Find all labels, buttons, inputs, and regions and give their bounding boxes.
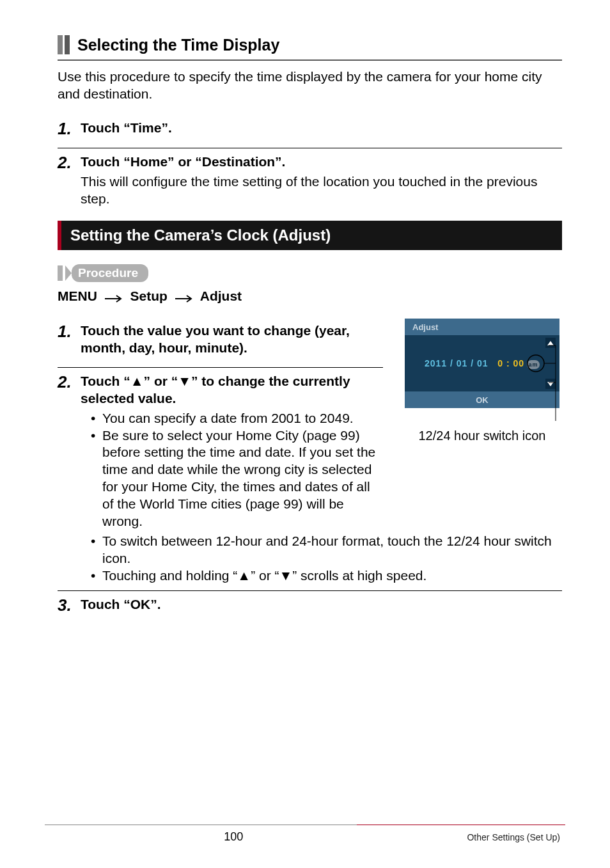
proc-part-menu: MENU bbox=[58, 288, 97, 303]
page-number: 100 bbox=[0, 830, 467, 844]
heading-bar-dark bbox=[65, 35, 70, 54]
step-title: Touch “Time”. bbox=[81, 120, 172, 137]
step-title: Touch “OK”. bbox=[81, 596, 161, 613]
procedure-arrow-icon bbox=[65, 265, 72, 281]
step-number: 2. bbox=[58, 373, 81, 391]
bullet-item: To switch between 12-hour and 24-hour fo… bbox=[91, 533, 562, 567]
procedure-label: Procedure bbox=[72, 264, 148, 282]
proc-part-adjust: Adjust bbox=[200, 288, 242, 303]
triangle-down-icon: ▼ bbox=[279, 568, 292, 583]
heading-underline bbox=[58, 59, 562, 61]
step-b1: 1. Touch the value you want to change (y… bbox=[58, 317, 383, 363]
callout-label: 12/24 hour switch icon bbox=[402, 429, 562, 443]
bullet-text-part: Touching and holding “ bbox=[102, 568, 237, 583]
step-title: Touch “▲” or “▼” to change the currently… bbox=[81, 373, 383, 407]
screenshot-mid: 2011 / 01 / 01 0 : 00am bbox=[405, 335, 559, 391]
step-b2: 2. Touch “▲” or “▼” to change the curren… bbox=[58, 367, 383, 530]
triangle-down-icon bbox=[547, 382, 554, 386]
procedure-bar bbox=[58, 265, 63, 281]
step-title-part: Touch “ bbox=[81, 374, 130, 388]
procedure-path: MENU Setup Adjust bbox=[58, 288, 562, 304]
arrow-right-icon bbox=[175, 289, 193, 304]
section-heading: Setting the Camera’s Clock (Adjust) bbox=[58, 221, 562, 250]
bullet-item: Touching and holding “▲” or “▼” scrolls … bbox=[91, 567, 562, 585]
heading-bar-light bbox=[58, 35, 63, 54]
step-body: This will configure the time setting of … bbox=[81, 173, 562, 208]
step-b3: 3. Touch “OK”. bbox=[58, 590, 562, 615]
triangle-down-icon: ▼ bbox=[178, 374, 191, 388]
page-footer: 100 Other Settings (Set Up) bbox=[0, 825, 610, 844]
step-a1: 1. Touch “Time”. bbox=[58, 114, 562, 145]
step-number: 3. bbox=[58, 596, 81, 615]
step-a2: 2. Touch “Home” or “Destination”. This w… bbox=[58, 148, 562, 207]
subsection-heading: Selecting the Time Display bbox=[77, 36, 279, 54]
procedure-label-row: Procedure bbox=[58, 264, 562, 282]
screenshot-datetime: 2011 / 01 / 01 0 : 00am bbox=[425, 358, 540, 369]
step-title: Touch “Home” or “Destination”. bbox=[81, 154, 285, 171]
triangle-up-icon bbox=[547, 341, 554, 345]
step-number: 1. bbox=[58, 322, 81, 341]
proc-part-setup: Setup bbox=[130, 288, 168, 303]
bullet-text-part: ” or “ bbox=[251, 568, 279, 583]
screenshot-time: 0 : 00 bbox=[497, 358, 524, 368]
step-number: 2. bbox=[58, 154, 81, 172]
footer-rule bbox=[45, 825, 565, 825]
bullet-text-part: ” scrolls at high speed. bbox=[292, 568, 426, 583]
screenshot-ok-button[interactable]: OK bbox=[405, 391, 559, 408]
screenshot-ampm-switch[interactable]: am bbox=[527, 360, 540, 369]
screenshot-title: Adjust bbox=[405, 319, 559, 335]
screenshot-column: Adjust 2011 / 01 / 01 0 : 00am OK bbox=[402, 317, 562, 443]
screenshot-down-button[interactable] bbox=[545, 379, 556, 389]
arrow-right-icon bbox=[105, 289, 123, 304]
footer-section-name: Other Settings (Set Up) bbox=[467, 832, 560, 842]
screenshot-up-button[interactable] bbox=[545, 338, 556, 348]
camera-screenshot: Adjust 2011 / 01 / 01 0 : 00am OK bbox=[405, 319, 559, 408]
subsection-heading-row: Selecting the Time Display bbox=[58, 35, 562, 54]
intro-paragraph: Use this procedure to specify the time d… bbox=[58, 68, 562, 103]
triangle-up-icon: ▲ bbox=[130, 374, 144, 388]
screenshot-date: 2011 / 01 / 01 bbox=[425, 358, 489, 368]
bullet-item: You can specify a date from 2001 to 2049… bbox=[91, 410, 383, 427]
triangle-up-icon: ▲ bbox=[237, 568, 251, 583]
bullet-item: Be sure to select your Home City (page 9… bbox=[91, 427, 383, 530]
step-title: Touch the value you want to change (year… bbox=[81, 322, 383, 357]
step-title-part: ” or “ bbox=[144, 374, 178, 388]
step-number: 1. bbox=[58, 120, 81, 138]
